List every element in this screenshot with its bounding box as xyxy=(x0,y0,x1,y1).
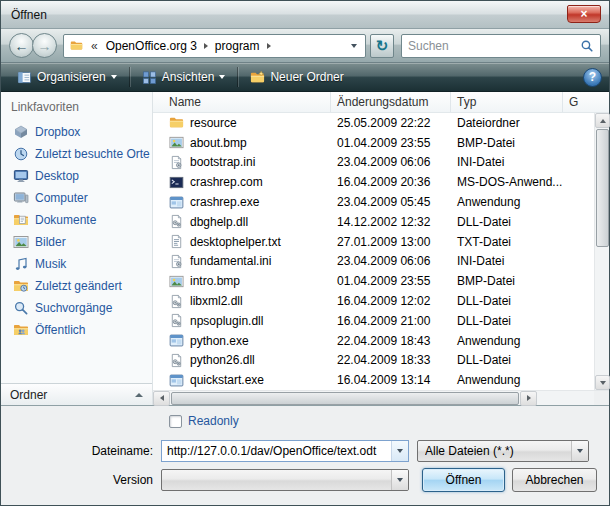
search-input[interactable] xyxy=(402,39,580,53)
file-row[interactable]: libxml2.dll16.04.2009 12:02DLL-Datei xyxy=(153,291,594,311)
scroll-right-button[interactable] xyxy=(520,391,537,406)
sidebar-item-recently-changed[interactable]: Zuletzt geändert xyxy=(1,275,152,297)
footer-panel: Readonly Dateiname: Alle Dateien (*.*) V… xyxy=(1,406,609,505)
column-header-type[interactable]: Typ xyxy=(451,92,563,112)
folders-band[interactable]: Ordner xyxy=(1,383,152,405)
file-type: Anwendung xyxy=(451,195,563,209)
version-label: Version xyxy=(13,473,161,487)
file-row[interactable]: resource25.05.2009 22:22Dateiordner xyxy=(153,113,594,133)
file-row[interactable]: python26.dll22.04.2009 18:33DLL-Datei xyxy=(153,351,594,371)
breadcrumb-separator-icon xyxy=(204,43,208,49)
file-date: 27.01.2009 13:00 xyxy=(331,235,451,249)
folders-label: Ordner xyxy=(10,388,47,402)
vertical-scrollbar[interactable] xyxy=(594,113,609,390)
sidebar-item-dropbox[interactable]: Dropbox xyxy=(1,121,152,143)
file-name: dbghelp.dll xyxy=(190,215,248,229)
sidebar-item-label: Zuletzt besuchte Orte xyxy=(35,147,150,161)
search-folder-icon xyxy=(13,300,29,316)
titlebar[interactable]: Öffnen × xyxy=(1,1,609,29)
refresh-button[interactable]: ↻ xyxy=(370,34,394,58)
horizontal-scroll-thumb[interactable] xyxy=(171,392,519,405)
file-row[interactable]: crashrep.com16.04.2009 20:36MS-DOS-Anwen… xyxy=(153,172,594,192)
file-type: DLL-Datei xyxy=(451,294,563,308)
vertical-scroll-thumb[interactable] xyxy=(596,129,609,247)
sidebar-item-label: Computer xyxy=(35,191,88,205)
sidebar-item-public[interactable]: Öffentlich xyxy=(1,319,152,341)
cancel-button[interactable]: Abbrechen xyxy=(512,468,597,492)
scroll-down-button[interactable] xyxy=(595,375,610,390)
file-name: resource xyxy=(190,116,237,130)
readonly-row: Readonly xyxy=(169,413,597,429)
file-row[interactable]: desktophelper.txt27.01.2009 13:00TXT-Dat… xyxy=(153,232,594,252)
sidebar-item-music[interactable]: Musik xyxy=(1,253,152,275)
readonly-label: Readonly xyxy=(188,414,239,428)
help-button[interactable]: ? xyxy=(583,68,602,87)
sidebar-item-computer[interactable]: Computer xyxy=(1,187,152,209)
version-combobox[interactable] xyxy=(161,469,409,491)
scroll-up-button[interactable] xyxy=(595,113,610,128)
triangle-up-icon xyxy=(600,119,606,123)
file-name: bootstrap.ini xyxy=(190,155,255,169)
file-row[interactable]: quickstart.exe16.04.2009 13:14Anwendung xyxy=(153,370,594,390)
back-button[interactable]: ← xyxy=(9,33,34,58)
sidebar-item-pictures[interactable]: Bilder xyxy=(1,231,152,253)
file-row[interactable]: bootstrap.ini23.04.2009 06:06INI-Datei xyxy=(153,153,594,173)
open-button[interactable]: Öffnen xyxy=(422,468,505,492)
file-row[interactable]: npsoplugin.dll16.04.2009 21:00DLL-Datei xyxy=(153,311,594,331)
file-type: DLL-Datei xyxy=(451,353,563,367)
filename-row: Dateiname: Alle Dateien (*.*) xyxy=(13,440,597,462)
dll-icon xyxy=(169,313,184,328)
file-date: 22.04.2009 18:33 xyxy=(331,353,451,367)
msdos-icon xyxy=(169,175,184,190)
file-row[interactable]: fundamental.ini23.04.2009 06:06INI-Datei xyxy=(153,252,594,272)
file-name: about.bmp xyxy=(190,136,247,150)
scroll-left-button[interactable] xyxy=(153,391,170,406)
forward-button[interactable]: → xyxy=(32,33,57,58)
sidebar-item-label: Öffentlich xyxy=(35,323,85,337)
version-dropdown-button[interactable] xyxy=(391,470,408,490)
file-date: 16.04.2009 20:36 xyxy=(331,175,451,189)
triangle-down-icon xyxy=(600,381,606,385)
toolbar-separator xyxy=(237,67,238,87)
file-row[interactable]: python.exe22.04.2009 18:43Anwendung xyxy=(153,331,594,351)
file-row[interactable]: dbghelp.dll14.12.2002 12:32DLL-Datei xyxy=(153,212,594,232)
file-name: quickstart.exe xyxy=(190,373,264,387)
filename-combobox xyxy=(161,440,409,462)
file-list-pane: Name Änderungsdatum Typ G resource25.05.… xyxy=(153,92,609,405)
filename-input[interactable] xyxy=(162,441,391,461)
column-header-size[interactable]: G xyxy=(563,92,609,112)
breadcrumb-item[interactable]: OpenOffice.org 3 xyxy=(101,39,202,53)
file-row[interactable]: about.bmp01.04.2009 23:55BMP-Datei xyxy=(153,133,594,153)
dropbox-icon xyxy=(13,124,29,140)
close-button[interactable]: × xyxy=(567,5,601,23)
file-name: python.exe xyxy=(190,334,249,348)
new-folder-button[interactable]: Neuer Ordner xyxy=(241,67,352,88)
sidebar-item-desktop[interactable]: Desktop xyxy=(1,165,152,187)
address-dropdown-button[interactable] xyxy=(346,35,362,57)
file-row[interactable]: intro.bmp01.04.2009 23:55BMP-Datei xyxy=(153,271,594,291)
chevron-down-icon xyxy=(351,44,357,48)
breadcrumb-item[interactable]: program xyxy=(210,39,265,53)
favorites-header: Linkfavoriten xyxy=(1,92,152,121)
filetype-dropdown-button[interactable] xyxy=(571,441,588,461)
sidebar-item-searches[interactable]: Suchvorgänge xyxy=(1,297,152,319)
ini-icon xyxy=(169,254,184,269)
sidebar-item-documents[interactable]: Dokumente xyxy=(1,209,152,231)
chevron-down-icon xyxy=(111,75,117,79)
file-type: TXT-Datei xyxy=(451,235,563,249)
filetype-combobox[interactable]: Alle Dateien (*.*) xyxy=(417,440,589,462)
column-header-name[interactable]: Name xyxy=(153,92,331,112)
column-header-date[interactable]: Änderungsdatum xyxy=(331,92,451,112)
window-title: Öffnen xyxy=(11,8,47,22)
breadcrumb-overflow-button[interactable]: « xyxy=(88,39,101,53)
horizontal-scrollbar[interactable] xyxy=(153,390,594,405)
readonly-checkbox[interactable] xyxy=(169,415,182,428)
organize-button[interactable]: Organisieren xyxy=(8,67,126,88)
views-button[interactable]: Ansichten xyxy=(133,67,235,88)
file-type: DLL-Datei xyxy=(451,314,563,328)
sidebar-item-recent-places[interactable]: Zuletzt besuchte Orte xyxy=(1,143,152,165)
file-row[interactable]: crashrep.exe23.04.2009 05:45Anwendung xyxy=(153,192,594,212)
filename-dropdown-button[interactable] xyxy=(391,441,408,461)
address-bar[interactable]: « OpenOffice.org 3 program xyxy=(63,34,366,58)
file-date: 23.04.2009 06:06 xyxy=(331,155,451,169)
